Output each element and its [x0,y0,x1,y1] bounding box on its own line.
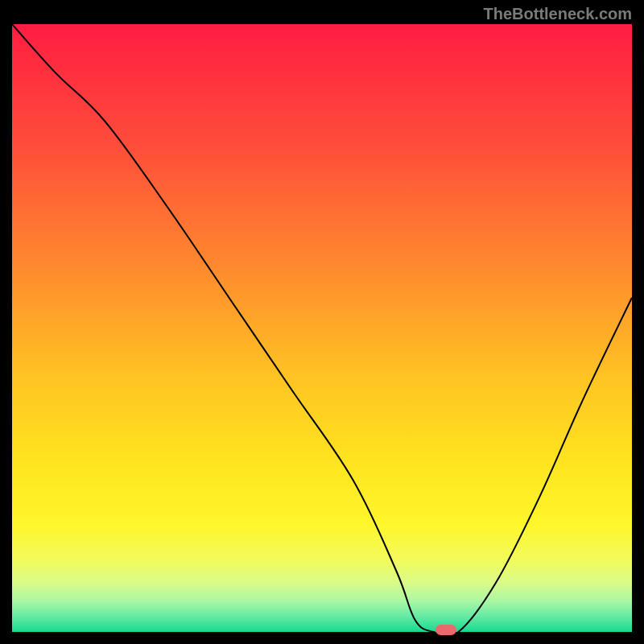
watermark-text: TheBottleneck.com [484,5,632,23]
optimal-marker [436,625,456,635]
bottleneck-curve [12,24,632,632]
chart-container: TheBottleneck.com [0,0,644,644]
plot-area [12,24,632,632]
